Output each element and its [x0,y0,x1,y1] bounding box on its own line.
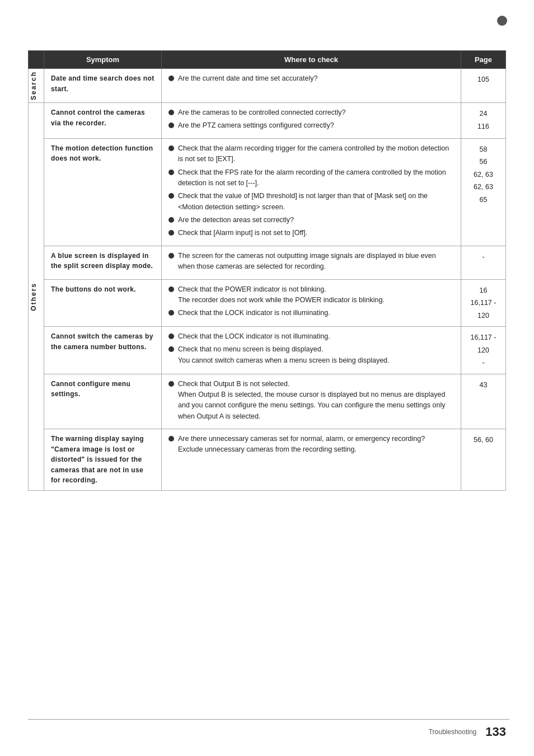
bullet-circle [168,123,174,128]
page-cell: 16,117 - 120- [461,327,506,374]
bullet-item: Are the cameras to be controlled connect… [168,107,454,118]
bullet-item: Check that the LOCK indicator is not ill… [168,308,454,318]
bullet-circle [168,310,174,316]
symptom-cell: The motion detection function does not w… [44,138,162,246]
sidebar-header [29,51,44,69]
top-circle-decoration [497,16,507,26]
bullet-text: Check that the alarm recording trigger f… [178,143,454,165]
table-row: Cannot configure menu settings.Check tha… [29,374,506,429]
bullet-item: Check that the LOCK indicator is not ill… [168,331,454,342]
bullet-item: Check that the alarm recording trigger f… [168,143,454,165]
page-value: 16,117 - 120 [465,297,502,322]
page-value: - [465,356,502,369]
page-cell: 43 [461,374,506,429]
table-row: Cannot switch the cameras by the camera … [29,327,506,374]
bullet-circle [168,346,174,352]
bullet-item: Check that the FPS rate for the alarm re… [168,167,454,189]
where-to-check-cell: Check that the alarm recording trigger f… [162,138,461,246]
bullet-text: The screen for the cameras not outputtin… [178,251,454,273]
table-body: SearchDate and time search does not star… [29,69,506,491]
page-header: Page [461,51,506,69]
bullet-item: Check that the POWER indicator is not bl… [168,284,454,306]
page-value: 56 [465,156,502,168]
sidebar-section-cell: Search [29,69,44,103]
where-to-check-cell: Are there unnecessary cameras set for no… [162,429,461,491]
symptom-cell: A blue screen is displayed in the split … [44,246,162,279]
where-to-check-header: Where to check [162,51,461,69]
sidebar-section-label: Search [29,69,39,102]
bullet-item: Are the PTZ camera settings configured c… [168,120,454,131]
bullet-circle [168,230,174,236]
where-to-check-cell: Check that the LOCK indicator is not ill… [162,327,461,374]
where-to-check-cell: Check that the POWER indicator is not bl… [162,279,461,327]
page-number: 133 [485,725,506,739]
bullet-item: Check that no menu screen is being displ… [168,344,454,366]
bullet-text: Are there unnecessary cameras set for no… [178,434,454,456]
bullet-item: Check that the value of [MD threshold] i… [168,191,454,213]
bullet-text: Check that the POWER indicator is not bl… [178,284,454,306]
bullet-circle [168,145,174,151]
bullet-circle [168,217,174,223]
bullet-circle [168,287,174,292]
page-cell: 24116 [461,103,506,139]
symptom-cell: Date and time search does not start. [44,69,162,103]
table-row: A blue screen is displayed in the split … [29,246,506,279]
page-value: 62, 63 [465,168,502,181]
where-to-check-cell: Check that Output B is not selected.When… [162,374,461,429]
bullet-circle [168,253,174,259]
bullet-item: Are the current date and time set accura… [168,73,454,84]
page-cell: 105 [461,69,506,103]
bullet-text: Check that Output B is not selected.When… [178,379,454,422]
page-value: 16,117 - 120 [465,331,502,356]
sidebar-section-cell: Others [29,103,44,491]
bullet-text: Check that [Alarm input] is not set to [… [178,228,454,238]
bullet-text: Are the current date and time set accura… [178,73,454,84]
where-to-check-cell: The screen for the cameras not outputtin… [162,246,461,279]
symptom-cell: Cannot control the cameras via the recor… [44,103,162,139]
page-value: 105 [465,73,502,86]
bullet-item: The screen for the cameras not outputtin… [168,251,454,273]
table-header-row: Symptom Where to check Page [29,51,506,69]
bullet-item: Check that [Alarm input] is not set to [… [168,228,454,238]
where-to-check-cell: Are the cameras to be controlled connect… [162,103,461,139]
page-cell: 585662, 6362, 6365 [461,138,506,246]
footer-label: Troubleshooting [429,728,477,736]
bullet-circle [168,76,174,81]
page-value: 56, 60 [465,434,502,447]
bullet-text: Are the cameras to be controlled connect… [178,107,454,118]
page-value: 116 [465,120,502,133]
bullet-item: Are the detection areas set correctly? [168,215,454,226]
symptom-cell: The warning display saying "Camera image… [44,429,162,491]
page-value: 43 [465,379,502,392]
bullet-circle [168,110,174,115]
bullet-circle [168,193,174,199]
footer-separator [28,719,509,720]
table-row: OthersCannot control the cameras via the… [29,103,506,139]
page-cell: 1616,117 - 120 [461,279,506,327]
bullet-item: Are there unnecessary cameras set for no… [168,434,454,456]
page-value: 16 [465,284,502,297]
bullet-text: Check that the LOCK indicator is not ill… [178,308,454,318]
bullet-text: Are the detection areas set correctly? [178,215,454,226]
bullet-circle [168,381,174,387]
bullet-text: Check that the FPS rate for the alarm re… [178,167,454,189]
symptom-cell: The buttons do not work. [44,279,162,327]
page-number-area: Troubleshooting 133 [429,725,506,739]
bullet-text: Are the PTZ camera settings configured c… [178,120,454,131]
bullet-item: Check that Output B is not selected.When… [168,379,454,422]
table-row: The warning display saying "Camera image… [29,429,506,491]
page-container: Symptom Where to check Page SearchDate a… [0,0,534,756]
table-row: SearchDate and time search does not star… [29,69,506,103]
page-cell: 56, 60 [461,429,506,491]
page-value: 65 [465,194,502,206]
bullet-text: Check that the value of [MD threshold] i… [178,191,454,213]
bullet-text: Check that the LOCK indicator is not ill… [178,331,454,342]
bullet-circle [168,170,174,175]
bullet-circle [168,436,174,442]
symptom-header: Symptom [44,51,162,69]
page-value: 58 [465,143,502,156]
bullet-text: Check that no menu screen is being displ… [178,344,454,366]
table-row: The motion detection function does not w… [29,138,506,246]
symptom-cell: Cannot switch the cameras by the camera … [44,327,162,374]
where-to-check-cell: Are the current date and time set accura… [162,69,461,103]
